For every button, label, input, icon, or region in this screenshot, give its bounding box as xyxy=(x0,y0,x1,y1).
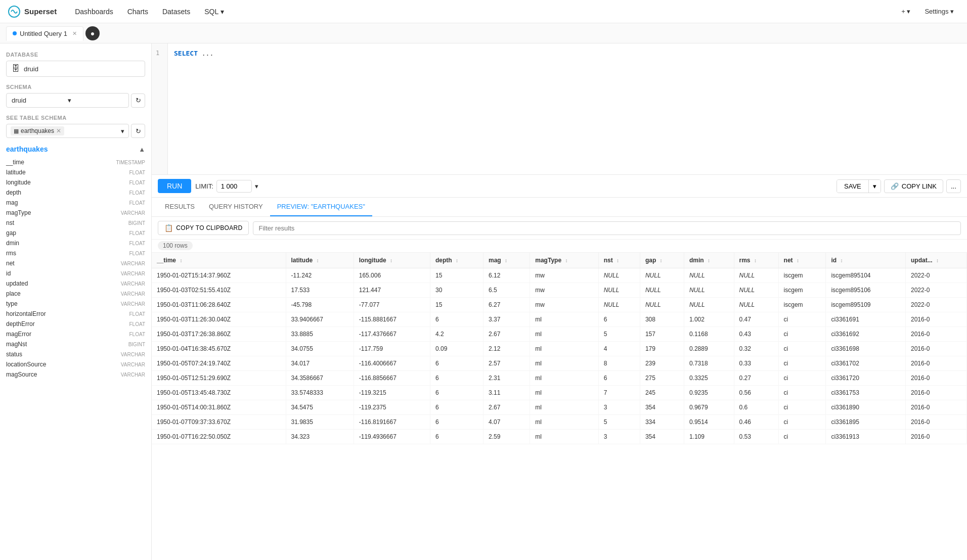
table-select[interactable]: ▦ earthquakes ✕ ▾ xyxy=(6,124,129,138)
table-cell: 0.7318 xyxy=(684,356,734,371)
sort-icon: ↕ xyxy=(754,258,757,263)
query-tab[interactable]: Untitled Query 1 ✕ xyxy=(6,26,83,41)
nav-right: + ▾ Settings ▾ xyxy=(896,5,959,18)
table-cell: iscgem895109 xyxy=(826,298,906,312)
table-cell: 179 xyxy=(640,342,684,356)
table-cell: -119.2375 xyxy=(354,400,430,415)
tab-close-button[interactable]: ✕ xyxy=(72,30,77,37)
col-header-mag[interactable]: mag ↕ xyxy=(483,253,530,268)
schema-columns: __time TIMESTAMP latitude FLOAT longitud… xyxy=(6,157,145,380)
tab-bar: Untitled Query 1 ✕ ● xyxy=(0,23,967,43)
schema-col-latitude: latitude FLOAT xyxy=(6,167,145,177)
sort-icon: ↕ xyxy=(797,258,799,263)
more-options-button[interactable]: ... xyxy=(946,179,961,193)
table-refresh-button[interactable]: ↻ xyxy=(131,124,145,138)
table-cell: 6 xyxy=(430,356,483,371)
save-dropdown-button[interactable]: ▾ xyxy=(868,180,881,193)
col-header-gap[interactable]: gap ↕ xyxy=(640,253,684,268)
copy-to-clipboard-button[interactable]: 📋 COPY TO CLIPBOARD xyxy=(158,221,249,235)
new-tab-button[interactable]: ● xyxy=(85,26,100,40)
table-cell: ci xyxy=(778,356,826,371)
table-cell: 2.31 xyxy=(483,371,530,386)
database-icon: 🗄 xyxy=(12,64,20,73)
table-cell: 0.1168 xyxy=(684,327,734,342)
tab-results[interactable]: RESULTS xyxy=(158,198,202,216)
editor-content[interactable]: SELECT ... xyxy=(152,43,967,63)
database-selector[interactable]: 🗄 druid xyxy=(6,61,145,77)
schema-col-dmin: dmin FLOAT xyxy=(6,238,145,248)
sidebar: DATABASE 🗄 druid SCHEMA druid ▾ ↻ SEE TA… xyxy=(0,43,152,560)
table-cell: 34.323 xyxy=(286,430,354,444)
table-cell: 33.5748333 xyxy=(286,386,354,400)
save-button[interactable]: SAVE xyxy=(837,180,868,193)
sort-icon: ↕ xyxy=(617,258,619,263)
table-cell: 1950-01-05T12:51:29.690Z xyxy=(152,371,286,386)
table-row: 1950-01-05T14:00:31.860Z34.5475-119.2375… xyxy=(152,400,967,415)
table-cell: 1950-01-03T02:51:55.410Z xyxy=(152,283,286,298)
add-button[interactable]: + ▾ xyxy=(896,5,915,18)
table-cell: 0.9679 xyxy=(684,400,734,415)
table-cell: 1950-01-05T13:45:48.730Z xyxy=(152,386,286,400)
sql-editor[interactable]: 1 SELECT ... xyxy=(152,43,967,175)
nav-datasets[interactable]: Datasets xyxy=(156,5,196,19)
col-header-updated[interactable]: updat... ↕ xyxy=(905,253,966,268)
col-header-net[interactable]: net ↕ xyxy=(778,253,826,268)
table-remove-button[interactable]: ✕ xyxy=(56,127,61,134)
table-cell: ci3361691 xyxy=(826,312,906,327)
sort-icon: ↕ xyxy=(180,258,182,263)
schema-col-magnst: magNst BIGINT xyxy=(6,339,145,349)
table-cell: 2.57 xyxy=(483,356,530,371)
copy-link-button[interactable]: 🔗 COPY LINK xyxy=(884,179,943,193)
table-cell: ml xyxy=(530,400,598,415)
schema-select[interactable]: druid ▾ xyxy=(6,93,129,108)
table-cell: 3.37 xyxy=(483,312,530,327)
col-header-longitude[interactable]: longitude ↕ xyxy=(354,253,430,268)
table-cell: ci xyxy=(778,386,826,400)
table-cell: 0.53 xyxy=(734,430,778,444)
table-cell: 2016-0 xyxy=(905,400,966,415)
table-cell: ci xyxy=(778,430,826,444)
table-row: 1950-01-03T11:26:30.040Z33.9406667-115.8… xyxy=(152,312,967,327)
schema-col-id: id VARCHAR xyxy=(6,268,145,278)
col-header-nst[interactable]: nst ↕ xyxy=(598,253,640,268)
col-header-dmin[interactable]: dmin ↕ xyxy=(684,253,734,268)
col-header-rms[interactable]: rms ↕ xyxy=(734,253,778,268)
table-cell: ml xyxy=(530,386,598,400)
tab-query-history[interactable]: QUERY HISTORY xyxy=(202,198,270,216)
link-icon: 🔗 xyxy=(891,182,899,190)
table-cell: ci xyxy=(778,342,826,356)
collapse-button[interactable]: ▲ xyxy=(139,146,145,153)
table-cell: ci xyxy=(778,371,826,386)
data-table-wrap: __time ↕ latitude ↕ longitude ↕ xyxy=(152,253,967,560)
col-header-depth[interactable]: depth ↕ xyxy=(430,253,483,268)
table-cell: 0.46 xyxy=(734,415,778,430)
table-cell: ci3361720 xyxy=(826,371,906,386)
table-cell: 275 xyxy=(640,371,684,386)
limit-dropdown-icon[interactable]: ▾ xyxy=(255,182,258,190)
table-cell: 34.5475 xyxy=(286,400,354,415)
table-cell: 2016-0 xyxy=(905,327,966,342)
table-cell: 1950-01-05T07:24:19.740Z xyxy=(152,356,286,371)
tab-preview[interactable]: PREVIEW: "EARTHQUAKES" xyxy=(270,198,372,216)
schema-refresh-button[interactable]: ↻ xyxy=(131,94,145,108)
nav-dashboards[interactable]: Dashboards xyxy=(69,5,119,19)
table-cell: -119.3215 xyxy=(354,386,430,400)
table-cell: mw xyxy=(530,298,598,312)
table-cell: 1.002 xyxy=(684,312,734,327)
nav-charts[interactable]: Charts xyxy=(121,5,154,19)
col-header-id[interactable]: id ↕ xyxy=(826,253,906,268)
table-cell: 2.67 xyxy=(483,327,530,342)
run-button[interactable]: RUN xyxy=(158,179,191,193)
settings-button[interactable]: Settings ▾ xyxy=(919,5,959,18)
col-header-latitude[interactable]: latitude ↕ xyxy=(286,253,354,268)
table-cell: NULL xyxy=(684,298,734,312)
table-row: 1950-01-05T13:45:48.730Z33.5748333-119.3… xyxy=(152,386,967,400)
tab-dot xyxy=(13,31,17,35)
table-cell: 5 xyxy=(598,327,640,342)
col-header-magtype[interactable]: magType ↕ xyxy=(530,253,598,268)
limit-input[interactable] xyxy=(216,180,252,193)
nav-sql[interactable]: SQL ▾ xyxy=(198,5,230,19)
table-cell: ci xyxy=(778,312,826,327)
filter-results-input[interactable] xyxy=(253,221,961,235)
col-header-time[interactable]: __time ↕ xyxy=(152,253,286,268)
